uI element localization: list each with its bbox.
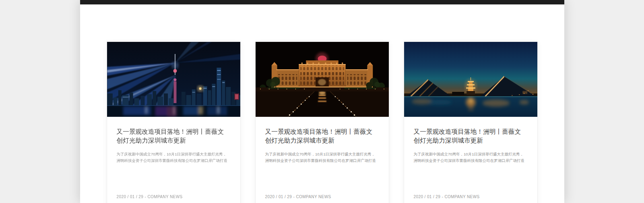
news-card-body: 又一景观改造项目落地！洲明丨蔷薇文创灯光助力深圳城市更新 为了庆祝新中国成立70…: [256, 117, 389, 203]
news-title[interactable]: 又一景观改造项目落地！洲明丨蔷薇文创灯光助力深圳城市更新: [414, 127, 528, 145]
news-meta: 2020 / 01 / 29 - COMPANY NEWS: [414, 195, 480, 199]
news-card-1[interactable]: 又一景观改造项目落地！洲明丨蔷薇文创灯光助力深圳城市更新 为了庆祝新中国成立70…: [107, 41, 241, 203]
lakeside-pagoda-illustration: [404, 42, 537, 117]
shanghai-skyline-illustration: [107, 42, 240, 117]
meta-separator: -: [442, 195, 443, 199]
news-category: COMPANY NEWS: [444, 195, 479, 199]
news-excerpt: 为了庆祝新中国成立70周年，10月1日深圳举行盛大主题灯光秀，洲明科技全资子公司…: [117, 151, 231, 164]
news-date: 2020 / 01 / 29: [414, 195, 441, 199]
news-image-lakeside-pagoda: [404, 42, 537, 117]
news-title[interactable]: 又一景观改造项目落地！洲明丨蔷薇文创灯光助力深圳城市更新: [117, 127, 231, 145]
news-image-shanghai-light-show: [107, 42, 240, 117]
news-date: 2020 / 01 / 29: [117, 195, 144, 199]
news-image-palace-night: [256, 42, 389, 117]
news-excerpt: 为了庆祝新中国成立70周年，10月1日深圳举行盛大主题灯光秀，洲明科技全资子公司…: [414, 151, 528, 164]
news-excerpt: 为了庆祝新中国成立70周年，10月1日深圳举行盛大主题灯光秀，洲明科技全资子公司…: [265, 151, 379, 164]
news-meta: 2020 / 01 / 29 - COMPANY NEWS: [117, 195, 183, 199]
news-card-body: 又一景观改造项目落地！洲明丨蔷薇文创灯光助力深圳城市更新 为了庆祝新中国成立70…: [107, 117, 240, 203]
palace-night-illustration: [256, 42, 389, 117]
page-content-area: 又一景观改造项目落地！洲明丨蔷薇文创灯光助力深圳城市更新 为了庆祝新中国成立70…: [80, 0, 564, 203]
news-title[interactable]: 又一景观改造项目落地！洲明丨蔷薇文创灯光助力深圳城市更新: [265, 127, 379, 145]
news-date: 2020 / 01 / 29: [265, 195, 292, 199]
news-card-body: 又一景观改造项目落地！洲明丨蔷薇文创灯光助力深圳城市更新 为了庆祝新中国成立70…: [404, 117, 537, 203]
news-card-2[interactable]: 又一景观改造项目落地！洲明丨蔷薇文创灯光助力深圳城市更新 为了庆祝新中国成立70…: [255, 41, 389, 203]
news-meta: 2020 / 01 / 29 - COMPANY NEWS: [265, 195, 331, 199]
news-card-3[interactable]: 又一景观改造项目落地！洲明丨蔷薇文创灯光助力深圳城市更新 为了庆祝新中国成立70…: [404, 41, 538, 203]
news-category: COMPANY NEWS: [147, 195, 182, 199]
site-top-bar: [80, 0, 564, 4]
news-category: COMPANY NEWS: [296, 195, 331, 199]
meta-separator: -: [293, 195, 295, 199]
meta-separator: -: [144, 195, 146, 199]
news-cards-row: 又一景观改造项目落地！洲明丨蔷薇文创灯光助力深圳城市更新 为了庆祝新中国成立70…: [80, 4, 564, 203]
